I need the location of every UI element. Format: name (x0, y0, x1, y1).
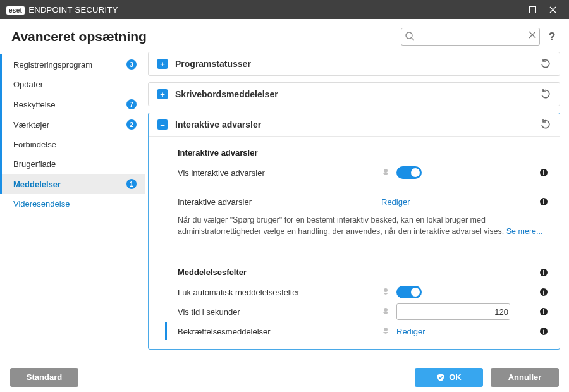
cancel-button[interactable]: Annuller (491, 368, 559, 387)
search-clear-button[interactable] (529, 31, 536, 39)
see-more-link[interactable]: Se mere... (506, 227, 543, 236)
close-icon (529, 31, 536, 39)
setting-label: Vis tid i sekunder (178, 307, 381, 317)
sidebar-item-label: Videresendelse (13, 199, 137, 209)
panel-header-desktop-notifications[interactable]: + Skrivebordsmeddelelser (149, 83, 560, 106)
row-auto-close: Luk automatisk meddelelsesfelter i (178, 283, 548, 301)
lock-icon (381, 307, 390, 316)
setting-label: Luk automatisk meddelelsesfelter (178, 288, 381, 297)
row-show-interactive-alerts: Vis interaktive advarsler i (178, 164, 548, 181)
window-close-button[interactable] (542, 0, 563, 19)
panel-title: Programstatusser (175, 59, 251, 69)
content-area: + Programstatusser + Skrivebordsmeddelel… (145, 52, 569, 362)
section-heading-label: Interaktive advarsler (178, 148, 257, 157)
sidebar-item-forbindelse[interactable]: Forbindelse (0, 135, 145, 154)
default-button[interactable]: Standard (10, 368, 78, 387)
info-button[interactable]: i (539, 327, 548, 336)
sidebar-item-label: Opdater (13, 80, 137, 89)
edit-link-confirmation[interactable]: Rediger (396, 327, 425, 336)
reset-button[interactable] (541, 89, 551, 99)
svg-point-15 (384, 328, 388, 331)
section-heading-label: Meddelelsesfelter (178, 267, 247, 277)
lock-icon (381, 288, 390, 297)
info-icon: i (539, 268, 548, 277)
reset-button[interactable] (541, 119, 551, 130)
sidebar: Registreringsprogram 3 Opdater Beskyttel… (0, 52, 145, 362)
svg-text:i: i (543, 199, 545, 205)
expand-icon: + (157, 89, 168, 99)
panel-title: Interaktive advarsler (175, 119, 261, 130)
spin-input-show-time (396, 303, 510, 320)
svg-rect-0 (529, 6, 535, 13)
panel-interactive-alerts: – Interaktive advarsler Interaktive adva… (148, 113, 560, 350)
info-button[interactable]: i (539, 288, 548, 297)
svg-text:i: i (543, 328, 545, 335)
collapse-icon: – (157, 119, 168, 130)
section-heading-message-boxes: Meddelelsesfelter i (178, 267, 548, 277)
ok-button[interactable]: OK (415, 368, 483, 387)
svg-text:i: i (543, 169, 545, 176)
window-maximize-button[interactable] (522, 0, 542, 19)
row-edit-interactive-alerts: Interaktive advarsler Rediger i (178, 193, 548, 211)
toggle-auto-close[interactable] (396, 286, 422, 298)
info-button[interactable]: i (539, 307, 548, 316)
sidebar-badge: 2 (126, 119, 137, 130)
info-icon: i (539, 327, 548, 336)
sidebar-item-label: Brugerflade (13, 159, 137, 169)
setting-label: Interaktive advarsler (178, 197, 381, 207)
row-show-time: Vis tid i sekunder (178, 301, 548, 322)
sidebar-item-vaerktojer[interactable]: Værktøjer 2 (0, 114, 145, 135)
show-time-input[interactable] (397, 304, 510, 319)
panel-program-statuses: + Programstatusser (148, 52, 560, 76)
button-label: OK (449, 372, 462, 382)
titlebar: eset ENDPOINT SECURITY (0, 0, 569, 19)
help-button[interactable]: ? (546, 30, 558, 44)
edit-link-interactive-alerts[interactable]: Rediger (381, 197, 410, 207)
section-heading-interactive-alerts: Interaktive advarsler (178, 148, 548, 157)
info-button[interactable]: i (539, 197, 548, 206)
lock-icon (381, 168, 390, 177)
svg-point-12 (384, 308, 388, 312)
sidebar-item-label: Meddelelser (13, 180, 123, 189)
panel-title: Skrivebordsmeddelelser (175, 89, 278, 99)
search-icon (405, 31, 415, 41)
info-button[interactable]: i (539, 168, 548, 177)
panel-desktop-notifications: + Skrivebordsmeddelelser (148, 82, 560, 106)
sidebar-item-brugerflade[interactable]: Brugerflade (0, 154, 145, 174)
button-label: Standard (27, 372, 62, 382)
sidebar-item-registreringsprogram[interactable]: Registreringsprogram 3 (0, 54, 145, 75)
sidebar-item-meddelelser[interactable]: Meddelelser 1 (0, 174, 145, 194)
sidebar-item-label: Værktøjer (13, 120, 123, 130)
svg-point-9 (384, 288, 388, 292)
info-icon: i (539, 307, 548, 316)
panel-header-interactive-alerts[interactable]: – Interaktive advarsler (149, 113, 560, 137)
toggle-show-interactive-alerts[interactable] (396, 166, 422, 179)
button-label: Annuller (508, 372, 542, 382)
setting-label: Bekræftelsesmeddelelser (178, 327, 381, 336)
panel-header-program-statuses[interactable]: + Programstatusser (149, 52, 560, 75)
square-icon (529, 6, 536, 13)
reset-button[interactable] (541, 59, 551, 69)
svg-text:i: i (543, 309, 545, 315)
sidebar-item-beskyttelse[interactable]: Beskyttelse 7 (0, 94, 145, 114)
expand-icon: + (157, 59, 168, 69)
page-title: Avanceret opsætning (11, 29, 401, 44)
svg-text:i: i (543, 289, 545, 296)
sidebar-badge: 7 (126, 99, 137, 109)
svg-point-2 (384, 169, 388, 173)
search-input[interactable] (401, 28, 540, 46)
sidebar-item-videresendelse[interactable]: Videresendelse (0, 194, 145, 214)
sidebar-item-opdater[interactable]: Opdater (0, 75, 145, 94)
info-icon: i (539, 168, 548, 177)
info-icon: i (539, 288, 548, 297)
row-confirmation-messages: Bekræftelsesmeddelelser Rediger i (165, 322, 548, 340)
description-text: Når du vælger "Spørg bruger" for en best… (178, 216, 504, 236)
undo-icon (541, 119, 551, 130)
sidebar-item-label: Registreringsprogram (13, 60, 123, 70)
lock-icon (381, 327, 390, 336)
info-button[interactable]: i (539, 268, 548, 277)
svg-text:i: i (543, 269, 545, 276)
search-field-wrap (401, 28, 540, 46)
sidebar-item-label: Beskyttelse (13, 100, 123, 109)
sidebar-badge: 3 (126, 59, 137, 70)
